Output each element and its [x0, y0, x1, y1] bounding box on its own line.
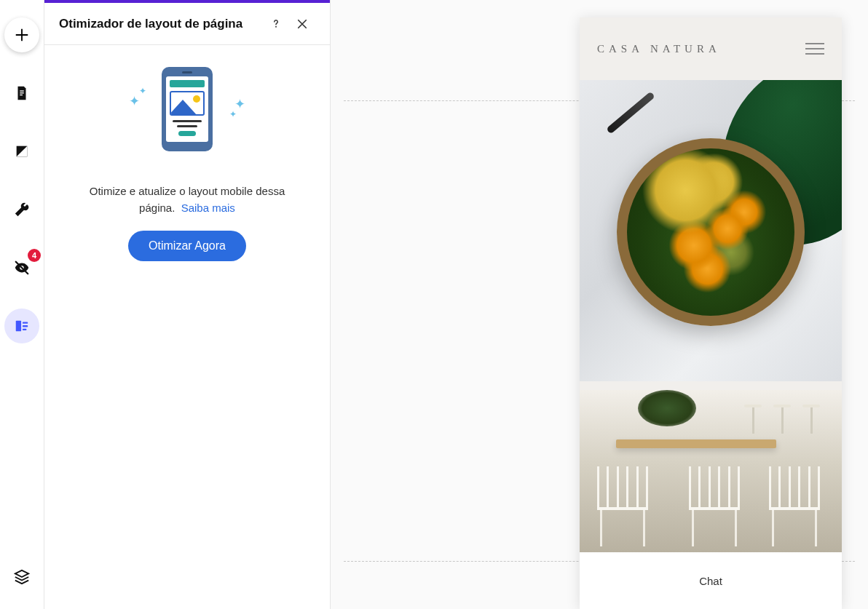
- panel-title: Otimizador de layout de página: [59, 17, 263, 31]
- svg-rect-2: [20, 95, 23, 95]
- svg-rect-0: [20, 90, 24, 91]
- chat-link[interactable]: Chat: [699, 575, 722, 587]
- badge-count: 4: [28, 249, 41, 262]
- mobile-preview: CASA NATURA: [580, 17, 842, 609]
- panel-header: Otimizador de layout de página: [44, 3, 330, 45]
- design-button[interactable]: [4, 134, 39, 169]
- layers-icon: [14, 569, 30, 585]
- plus-icon: [14, 27, 30, 43]
- wrench-icon: [14, 202, 30, 218]
- add-element-button[interactable]: [4, 17, 39, 52]
- left-icon-sidebar: 4: [0, 0, 44, 609]
- hamburger-icon: [805, 43, 824, 44]
- site-content: [580, 80, 842, 552]
- svg-rect-8: [23, 329, 26, 330]
- hidden-elements-button[interactable]: 4: [4, 250, 39, 285]
- contrast-square-icon: [14, 143, 30, 159]
- question-icon: [269, 17, 283, 31]
- menu-button[interactable]: [805, 43, 824, 55]
- svg-rect-6: [23, 322, 28, 324]
- hero-food-image[interactable]: [580, 80, 842, 381]
- optimizer-panel: Otimizador de layout de página ✦ ✦ ✦ ✦: [44, 0, 331, 609]
- svg-rect-5: [16, 321, 21, 332]
- layers-button[interactable]: [4, 560, 39, 594]
- sparkle-icon: ✦: [129, 93, 140, 109]
- help-button[interactable]: [263, 11, 289, 37]
- close-panel-button[interactable]: [289, 11, 315, 37]
- sparkle-icon: ✦: [229, 109, 237, 119]
- site-footer: Chat: [580, 552, 842, 609]
- site-header: CASA NATURA: [580, 17, 842, 80]
- svg-point-9: [275, 25, 277, 27]
- layout-icon: [14, 318, 30, 334]
- editor-canvas: CASA NATURA: [331, 0, 868, 609]
- phone-illustration: ✦ ✦ ✦ ✦: [129, 67, 245, 162]
- learn-more-link[interactable]: Saiba mais: [181, 202, 235, 214]
- page-icon: [14, 85, 30, 101]
- interior-image[interactable]: [580, 390, 842, 552]
- pages-button[interactable]: [4, 76, 39, 111]
- eye-off-icon: [14, 260, 30, 276]
- close-icon: [296, 17, 309, 31]
- optimizer-description: Otimize e atualize o layout mobile dessa…: [74, 183, 301, 216]
- site-logo-text[interactable]: CASA NATURA: [597, 43, 721, 55]
- svg-rect-7: [23, 325, 28, 327]
- optimize-now-button[interactable]: Otimizar Agora: [128, 231, 246, 261]
- sparkle-icon: ✦: [139, 86, 146, 96]
- svg-rect-1: [20, 92, 24, 93]
- layout-optimizer-button[interactable]: [4, 309, 39, 343]
- tools-button[interactable]: [4, 192, 39, 227]
- panel-body: ✦ ✦ ✦ ✦ Otimize e atualize o layout mobi…: [44, 45, 330, 283]
